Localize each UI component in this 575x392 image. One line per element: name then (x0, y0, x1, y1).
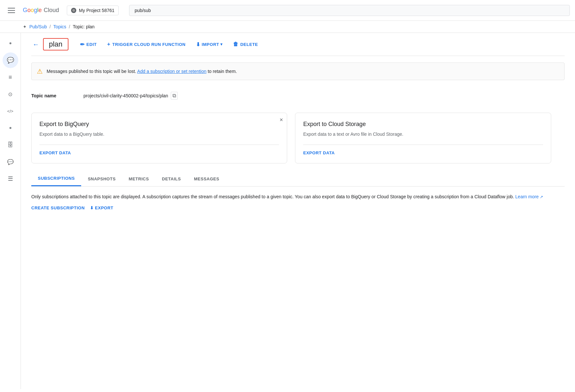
topic-name-value: projects/civil-clarity-450002-p4/topics/… (83, 93, 168, 98)
edit-icon: ✏ (80, 41, 85, 48)
chevron-down-icon: ▾ (220, 42, 223, 47)
sidebar-item-list[interactable]: ≡ (3, 69, 18, 85)
trigger-label: TRIGGER CLOUD RUN FUNCTION (112, 42, 186, 47)
main-layout: 💬 ≡ ⊙ </> 🗄 💬 ☰ ← plan (0, 33, 575, 389)
sidebar-item-database[interactable]: 🗄 (3, 137, 18, 153)
project-icon (71, 8, 76, 13)
sidebar-item-messages[interactable]: 💬 (3, 52, 18, 68)
subscriptions-info: Only subscriptions attached to this topi… (31, 193, 565, 200)
delete-button[interactable]: 🗑 DELETE (229, 39, 262, 50)
edit-button[interactable]: ✏ EDIT (76, 39, 101, 50)
chat-icon: 💬 (7, 57, 14, 64)
message-icon: 💬 (7, 159, 14, 165)
tab-details[interactable]: DETAILS (155, 171, 187, 186)
tabs: SUBSCRIPTIONS SNAPSHOTS METRICS DETAILS … (31, 171, 565, 187)
export-cloud-storage-title: Export to Cloud Storage (303, 121, 543, 128)
warning-icon: ⚠ (37, 67, 43, 75)
export-sub-label: EXPORT (95, 205, 113, 210)
export-cloud-storage-desc: Export data to a text or Avro file in Cl… (303, 132, 543, 137)
sidebar-item-menu[interactable]: ☰ (3, 171, 18, 187)
export-cards: × Export to BigQuery Export data to a Bi… (31, 113, 565, 163)
export-bigquery-desc: Export data to a BigQuery table. (39, 132, 279, 137)
project-selector[interactable]: My Project 58761 (67, 6, 119, 15)
breadcrumb-pubsub-link[interactable]: Pub/Sub (29, 24, 47, 29)
export-bigquery-card: × Export to BigQuery Export data to a Bi… (31, 113, 287, 163)
tab-subscriptions[interactable]: SUBSCRIPTIONS (31, 171, 81, 186)
sidebar-item-code[interactable]: </> (3, 103, 18, 119)
trigger-cloud-run-button[interactable]: + TRIGGER CLOUD RUN FUNCTION (103, 39, 189, 50)
warning-message-before: Messages published to this topic will be… (47, 69, 136, 74)
back-arrow-icon: ← (33, 41, 39, 48)
trash-icon: 🗑 (233, 41, 239, 47)
breadcrumb-sep1: / (50, 24, 51, 29)
learn-more-text: Learn more (515, 194, 539, 199)
import-icon: ⬇ (196, 41, 200, 48)
top-navigation: Google Cloud My Project 58761 (0, 0, 575, 21)
export-bigquery-button[interactable]: EXPORT DATA (39, 150, 71, 155)
menu-icon[interactable] (5, 5, 18, 16)
project-name: My Project 58761 (79, 8, 114, 13)
sidebar-item-dot[interactable] (3, 35, 18, 51)
subscriptions-actions: CREATE SUBSCRIPTION ⬇ EXPORT (31, 205, 565, 210)
copy-icon[interactable]: ⧉ (171, 92, 178, 100)
tab-messages[interactable]: MESSAGES (187, 171, 226, 186)
create-subscription-button[interactable]: CREATE SUBSCRIPTION (31, 205, 85, 210)
close-bigquery-card-button[interactable]: × (280, 117, 283, 123)
content-area: ← plan ✏ EDIT + TRIGGER CLOUD RUN FUNCTI… (21, 33, 575, 389)
edit-label: EDIT (86, 42, 97, 47)
topic-name-label: Topic name (31, 93, 83, 98)
topic-title: plan (43, 38, 68, 50)
export-bigquery-title: Export to BigQuery (39, 121, 279, 128)
export-subscriptions-button[interactable]: ⬇ EXPORT (90, 205, 113, 210)
google-cloud-logo: Google Cloud (23, 7, 59, 14)
sidebar: 💬 ≡ ⊙ </> 🗄 💬 ☰ (0, 33, 21, 389)
dot2-icon (9, 127, 11, 129)
code-icon: </> (7, 109, 13, 114)
delete-label: DELETE (240, 42, 258, 47)
breadcrumb: ✦ Pub/Sub / Topics / Topic: plan (0, 21, 575, 33)
export-bigquery-divider (39, 145, 279, 145)
learn-more-link[interactable]: Learn more ↗ (515, 194, 543, 199)
topic-info: Topic name projects/civil-clarity-450002… (31, 87, 565, 105)
import-label: IMPORT (202, 42, 219, 47)
import-button[interactable]: ⬇ IMPORT ▾ (192, 39, 227, 50)
sidebar-item-storage[interactable]: ⊙ (3, 86, 18, 102)
list-icon: ≡ (8, 74, 12, 81)
export-cloud-storage-divider (303, 145, 543, 145)
sidebar-item-dot2 (3, 120, 18, 136)
export-cloud-storage-button[interactable]: EXPORT DATA (303, 150, 335, 155)
external-link-icon: ↗ (540, 195, 543, 199)
breadcrumb-topics-link[interactable]: Topics (53, 24, 66, 29)
warning-message-after: to retain them. (208, 69, 237, 74)
pubsub-icon: ✦ (23, 24, 27, 29)
storage-icon: ⊙ (8, 91, 12, 97)
sidebar-item-chat[interactable]: 💬 (3, 154, 18, 170)
dot-icon (9, 42, 11, 44)
menu2-icon: ☰ (8, 175, 13, 182)
breadcrumb-current: Topic: plan (73, 24, 95, 29)
export-sub-icon: ⬇ (90, 205, 94, 210)
search-input[interactable] (129, 5, 570, 16)
breadcrumb-sep2: / (69, 24, 70, 29)
subscriptions-info-text: Only subscriptions attached to this topi… (31, 194, 514, 199)
warning-banner: ⚠ Messages published to this topic will … (31, 63, 565, 80)
warning-link[interactable]: Add a subscription or set retention (137, 69, 206, 74)
toolbar: ← plan ✏ EDIT + TRIGGER CLOUD RUN FUNCTI… (31, 33, 565, 56)
export-cloud-storage-card: Export to Cloud Storage Export data to a… (295, 113, 551, 163)
tab-snapshots[interactable]: SNAPSHOTS (81, 171, 122, 186)
tab-metrics[interactable]: METRICS (122, 171, 155, 186)
back-button[interactable]: ← (31, 39, 40, 49)
warning-text: Messages published to this topic will be… (47, 69, 237, 74)
plus-icon: + (107, 41, 111, 47)
database-icon: 🗄 (7, 142, 13, 148)
